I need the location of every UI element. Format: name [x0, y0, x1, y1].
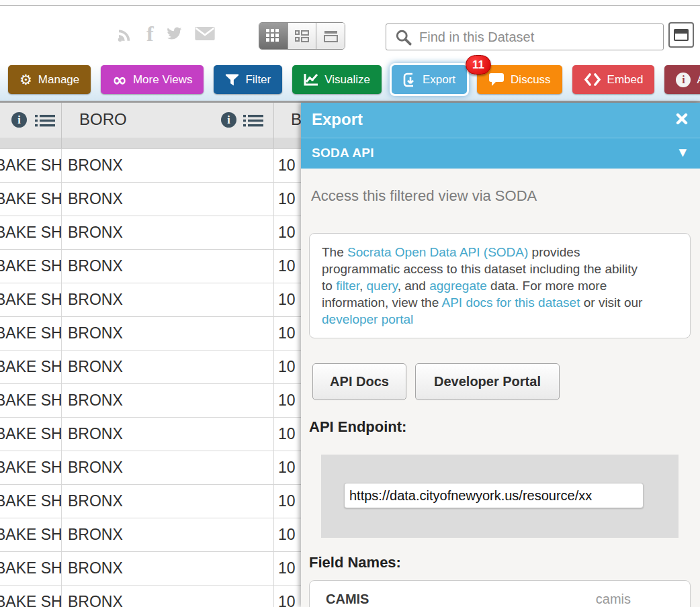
- toolbar: f: [0, 6, 700, 60]
- column-header-name[interactable]: i: [0, 103, 62, 138]
- cell-name: BAKE SH: [0, 451, 62, 484]
- info-text: , and: [398, 279, 430, 293]
- cell-boro: BRONX: [62, 552, 274, 585]
- cell-name: BAKE SH: [0, 518, 62, 551]
- aggregate-link[interactable]: aggregate: [429, 279, 487, 293]
- page-view-button[interactable]: [316, 23, 345, 49]
- column-title: BORO: [79, 110, 127, 129]
- rss-icon[interactable]: [116, 24, 136, 44]
- info-text: or visit our: [580, 295, 642, 310]
- field-names-label: Field Names:: [309, 554, 401, 571]
- funnel-icon: [225, 73, 239, 87]
- field-api-name: camis: [596, 592, 631, 607]
- button-label: Filter: [245, 73, 271, 87]
- column-title: B: [291, 110, 302, 129]
- cell-name: BAKE SH: [0, 552, 62, 585]
- cell-boro: BRONX: [62, 586, 274, 607]
- cell-name: BAKE SH: [0, 149, 62, 182]
- cell-name: BAKE SH: [0, 283, 62, 316]
- discuss-button[interactable]: Discuss11: [477, 65, 562, 94]
- search-input[interactable]: [412, 30, 663, 45]
- cell-boro: BRONX: [62, 183, 274, 216]
- info-text: ,: [359, 279, 367, 293]
- twitter-icon[interactable]: [165, 26, 183, 42]
- close-icon[interactable]: [674, 111, 689, 126]
- button-label: Export: [423, 73, 455, 87]
- filter-button[interactable]: Filter: [214, 65, 282, 94]
- column-header-boro[interactable]: BORO i: [62, 103, 274, 138]
- developer-portal-link[interactable]: developer portal: [322, 312, 413, 326]
- cell-name: BAKE SH: [0, 418, 62, 451]
- action-button-row: ⚙Manage∞More ViewsFilterVisualizeExportD…: [0, 60, 700, 101]
- soda-info-box: The Socrata Open Data API (SODA) provide…: [309, 233, 691, 338]
- cell-name: BAKE SH: [0, 216, 62, 249]
- developer-portal-button[interactable]: Developer Portal: [415, 363, 560, 400]
- cell-boro: BRONX: [62, 283, 274, 316]
- api-endpoint-input[interactable]: [344, 483, 644, 508]
- button-label: Manage: [38, 73, 79, 87]
- soda-api-section-header[interactable]: SODA API ▼: [301, 138, 700, 169]
- cell-boro: BRONX: [62, 149, 274, 182]
- cell-boro: BRONX: [62, 317, 274, 350]
- field-row: CAMIScamis: [310, 581, 690, 607]
- fullscreen-icon: [674, 29, 689, 41]
- export-panel-body: Access this filtered view via SODA The S…: [301, 169, 700, 607]
- column-info-icon[interactable]: i: [221, 112, 236, 128]
- button-label: Embed: [607, 73, 644, 87]
- api-docs-button[interactable]: API Docs: [312, 363, 406, 400]
- cell-name: BAKE SH: [0, 250, 62, 283]
- email-icon[interactable]: [194, 26, 216, 42]
- cell-name: BAKE SH: [0, 317, 62, 350]
- view-toggle-group: [259, 22, 345, 50]
- embed-button[interactable]: Embed: [572, 65, 655, 94]
- grid-view-button[interactable]: [259, 23, 288, 49]
- fullscreen-button[interactable]: [668, 22, 694, 48]
- facebook-icon[interactable]: f: [146, 24, 154, 44]
- cell-name: BAKE SH: [0, 183, 62, 216]
- column-menu-icon[interactable]: [243, 114, 263, 130]
- cell-name: BAKE SH: [0, 586, 62, 607]
- soda-api-link[interactable]: Socrata Open Data API (SODA): [347, 245, 528, 259]
- cell-boro: BRONX: [62, 418, 274, 451]
- column-info-icon[interactable]: i: [11, 112, 27, 128]
- cell-name: BAKE SH: [0, 351, 62, 383]
- api-docs-link[interactable]: API docs for this dataset: [441, 295, 580, 310]
- field-display-name: CAMIS: [326, 592, 369, 607]
- export-panel: Export SODA API ▼ Access this filtered v…: [301, 103, 700, 607]
- soda-subtitle: Access this filtered view via SODA: [311, 187, 537, 205]
- cell-boro: BRONX: [62, 351, 274, 383]
- cell-boro: BRONX: [62, 250, 274, 283]
- search-icon: [394, 28, 412, 46]
- cell-boro: BRONX: [62, 451, 274, 484]
- manage-button[interactable]: ⚙Manage: [8, 65, 91, 94]
- cell-name: BAKE SH: [0, 485, 62, 518]
- cell-boro: BRONX: [62, 384, 274, 417]
- code-brackets-icon: [584, 73, 601, 86]
- api-endpoint-box: [321, 455, 679, 538]
- column-menu-icon[interactable]: [35, 114, 55, 130]
- export-button[interactable]: Export: [392, 65, 467, 94]
- cell-name: BAKE SH: [0, 384, 62, 417]
- query-link[interactable]: query: [367, 279, 398, 293]
- about-button[interactable]: iAbout: [664, 65, 700, 94]
- field-names-box: CAMIScamis: [309, 580, 691, 607]
- gear-icon: ⚙: [19, 73, 32, 87]
- button-label: Discuss: [511, 73, 551, 87]
- cell-boro: BRONX: [62, 485, 274, 518]
- export-panel-header: Export: [301, 103, 700, 138]
- more-views-button[interactable]: ∞More Views: [101, 65, 204, 94]
- info-text: The: [322, 245, 347, 259]
- api-endpoint-label: API Endpoint:: [309, 418, 406, 436]
- social-share-icons: f: [116, 24, 216, 44]
- info-icon: i: [676, 73, 691, 87]
- chevron-down-icon: ▼: [679, 146, 687, 158]
- dataset-search: [386, 24, 664, 50]
- infinity-icon: ∞: [112, 73, 127, 87]
- visualize-button[interactable]: Visualize: [292, 65, 382, 94]
- export-icon: [403, 73, 417, 87]
- filter-link[interactable]: filter: [336, 279, 359, 293]
- export-panel-title: Export: [312, 110, 363, 129]
- button-label: About: [697, 73, 700, 87]
- blocks-view-button[interactable]: [288, 23, 317, 49]
- button-label: Visualize: [324, 73, 370, 87]
